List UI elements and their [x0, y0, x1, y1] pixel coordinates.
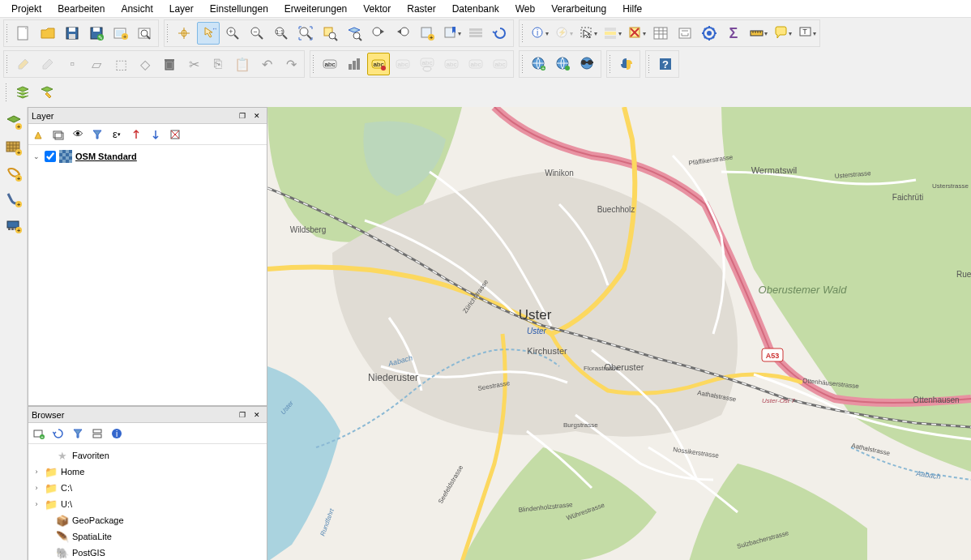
- close-icon[interactable]: ✕: [250, 409, 263, 421]
- new-map-view-icon[interactable]: +: [416, 22, 438, 45]
- browser-item-drive-u[interactable]: ›📁 U:\: [32, 496, 263, 512]
- edit-map-icon[interactable]: [36, 81, 58, 104]
- browser-item-favoriten[interactable]: ★ Favoriten: [32, 447, 263, 464]
- processing-toolbox-icon[interactable]: [698, 22, 721, 45]
- svg-text:Uster-Ost 7: Uster-Ost 7: [762, 397, 795, 404]
- svg-text:+: +: [16, 123, 20, 130]
- layer-name[interactable]: OSM Standard: [75, 152, 137, 161]
- add-layer-icon[interactable]: +: [32, 426, 46, 441]
- add-delimited-icon[interactable]: +: [2, 188, 25, 211]
- browser-tree[interactable]: ★ Favoriten ›📁 Home ›📁 C:\ ›📁 U:\ 📦: [28, 444, 267, 560]
- measure-icon[interactable]: [746, 22, 769, 45]
- add-raster-icon[interactable]: +: [2, 136, 25, 159]
- layout-manager-icon[interactable]: [134, 22, 156, 45]
- browser-item-geopackage[interactable]: 📦 GeoPackage: [32, 512, 263, 528]
- expand-all-icon[interactable]: [129, 127, 143, 142]
- menu-verarbeitung[interactable]: Verarbeitung: [543, 1, 614, 17]
- zoom-in-icon[interactable]: +: [221, 22, 244, 45]
- layer-visibility-checkbox[interactable]: [45, 151, 56, 162]
- properties-icon[interactable]: i: [109, 426, 124, 441]
- menu-projekt[interactable]: Projekt: [3, 1, 49, 17]
- browser-item-spatialite[interactable]: 🪶 SpatiaLite: [32, 528, 263, 545]
- refresh-browser-icon[interactable]: [51, 426, 66, 441]
- menu-raster[interactable]: Raster: [399, 1, 443, 17]
- pan-icon[interactable]: [173, 22, 195, 45]
- style-manager-icon[interactable]: [32, 127, 46, 142]
- add-group-icon[interactable]: [51, 127, 66, 142]
- undock-icon[interactable]: ❐: [236, 409, 249, 421]
- add-virtual-icon[interactable]: +: [2, 214, 25, 237]
- zoom-native-icon[interactable]: 1:1: [270, 22, 293, 45]
- delete-selected-icon[interactable]: [158, 53, 181, 75]
- expression-icon[interactable]: ε▾: [109, 127, 124, 142]
- browser-item-postgis[interactable]: 🐘 PostGIS: [32, 545, 263, 560]
- expand-arrow-icon[interactable]: ›: [32, 468, 41, 476]
- refresh-icon[interactable]: [489, 22, 511, 45]
- open-project-icon[interactable]: [36, 22, 59, 45]
- menu-datenbank[interactable]: Datenbank: [444, 1, 507, 17]
- filter-browser-icon[interactable]: [71, 426, 85, 441]
- remove-layer-icon[interactable]: [168, 127, 182, 142]
- pan-selection-icon[interactable]: ↔: [197, 22, 220, 45]
- zoom-selection-icon[interactable]: [319, 22, 341, 45]
- visibility-icon[interactable]: 👁: [71, 127, 85, 142]
- field-calculator-icon[interactable]: [674, 22, 696, 45]
- svg-text:+: +: [16, 201, 20, 208]
- menu-layer[interactable]: Layer: [161, 1, 202, 17]
- map-canvas[interactable]: A53 Uster Uster Niederuster Kirchuster O…: [267, 107, 971, 560]
- browser-item-drive-c[interactable]: ›📁 C:\: [32, 480, 263, 496]
- menu-ansicht[interactable]: Ansicht: [113, 1, 160, 17]
- map-tips-icon[interactable]: [771, 22, 793, 45]
- browser-panel-titlebar[interactable]: Browser ❐ ✕: [28, 407, 267, 423]
- label-diagram-icon[interactable]: [343, 53, 366, 75]
- python-console-icon[interactable]: [615, 53, 638, 75]
- web-search-icon[interactable]: +: [528, 53, 550, 75]
- save-project-icon[interactable]: [61, 22, 83, 45]
- menu-hilfe[interactable]: Hilfe: [614, 1, 650, 17]
- label-layer-icon[interactable]: abc: [319, 53, 341, 75]
- new-project-icon[interactable]: [12, 22, 35, 45]
- filter-icon[interactable]: [90, 127, 105, 142]
- menu-einstellungen[interactable]: Einstellungen: [202, 1, 276, 17]
- collapse-browser-icon[interactable]: [90, 426, 105, 441]
- open-attribute-table-icon[interactable]: [649, 22, 672, 45]
- menu-bearbeiten[interactable]: Bearbeiten: [49, 1, 113, 17]
- layers-tree[interactable]: ⌄ OSM Standard: [28, 145, 267, 405]
- annotation-icon[interactable]: T: [795, 22, 818, 45]
- web-search2-icon[interactable]: [552, 53, 575, 75]
- new-print-layout-icon[interactable]: +: [109, 22, 132, 45]
- menu-web[interactable]: Web: [507, 1, 543, 17]
- add-mesh-icon[interactable]: +: [2, 162, 25, 185]
- zoom-out-icon[interactable]: −: [246, 22, 268, 45]
- menu-erweiterungen[interactable]: Erweiterungen: [276, 1, 355, 17]
- osm-search-icon[interactable]: [576, 53, 599, 75]
- select-by-value-icon[interactable]: [601, 22, 623, 45]
- statistics-icon[interactable]: Σ: [722, 22, 745, 45]
- close-icon[interactable]: ✕: [250, 110, 263, 122]
- expand-arrow-icon[interactable]: ›: [32, 500, 41, 508]
- expand-arrow-icon[interactable]: ›: [32, 484, 41, 492]
- select-features-icon[interactable]: [576, 22, 599, 45]
- show-bookmarks-icon[interactable]: [464, 22, 487, 45]
- menu-vektor[interactable]: Vektor: [355, 1, 399, 17]
- save-as-icon[interactable]: ✎: [85, 22, 108, 45]
- layers-panel-titlebar[interactable]: Layer ❐ ✕: [28, 108, 267, 124]
- zoom-next-icon[interactable]: [391, 22, 414, 45]
- collapse-all-icon[interactable]: [148, 127, 163, 142]
- zoom-last-icon[interactable]: [367, 22, 390, 45]
- label-highlight-icon[interactable]: abc: [367, 53, 390, 75]
- identify-icon[interactable]: i: [528, 22, 550, 45]
- svg-text:abc: abc: [447, 61, 457, 68]
- browser-item-home[interactable]: ›📁 Home: [32, 464, 263, 480]
- place-uster: Uster: [519, 307, 552, 323]
- help-icon[interactable]: ?: [654, 53, 677, 75]
- collapse-arrow-icon[interactable]: ⌄: [32, 152, 41, 160]
- layer-item[interactable]: ⌄ OSM Standard: [32, 148, 263, 165]
- undock-icon[interactable]: ❐: [236, 110, 249, 122]
- quick-osm-icon[interactable]: [11, 81, 34, 104]
- deselect-icon[interactable]: [625, 22, 648, 45]
- new-bookmark-icon[interactable]: [440, 22, 463, 45]
- zoom-layer-icon[interactable]: [343, 22, 366, 45]
- add-vector-icon[interactable]: +: [2, 110, 25, 133]
- zoom-full-icon[interactable]: [294, 22, 317, 45]
